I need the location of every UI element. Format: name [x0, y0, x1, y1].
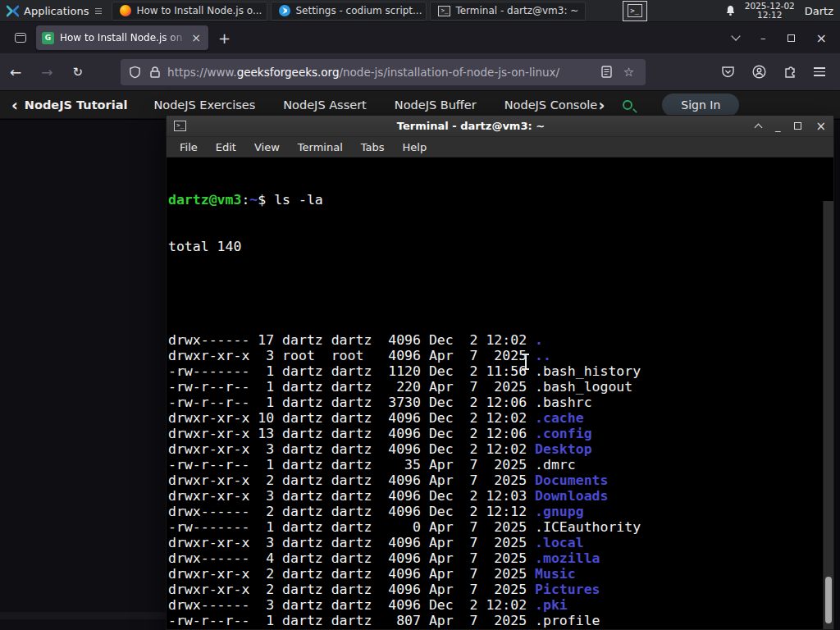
scrollbar-thumb[interactable] [825, 577, 832, 623]
ls-row: -rw------- 1 dartz dartz 1120 Dec 2 11:5… [168, 363, 833, 379]
tab-bar: G How to Install Node.js on × + – × [0, 22, 840, 53]
page-scrollbar[interactable] [0, 612, 166, 619]
pocket-icon[interactable] [721, 65, 735, 79]
applications-logo-icon [7, 5, 19, 17]
menu-icon[interactable] [814, 67, 825, 76]
ls-row: drwxr-xr-x 2 dartz dartz 4096 Apr 7 2025… [168, 472, 833, 488]
nav-link[interactable]: NodeJS Assert [283, 98, 367, 112]
nav-back-link[interactable]: ‹ NodeJS Tutorial [0, 98, 127, 112]
terminal-content[interactable]: dartz@vm3:~$ ls -la total 140 drwx------… [167, 158, 833, 629]
terminal-scrollbar[interactable] [823, 201, 833, 629]
terminal-icon: >_ [628, 4, 642, 17]
navigation-toolbar: ← → ↻ https://www.geeksforgeeks.org/node… [0, 53, 840, 91]
ls-row: drwxr-xr-x 3 dartz dartz 4096 Apr 7 2025… [168, 535, 833, 550]
total-line: total 140 [168, 239, 833, 254]
applications-menu-button[interactable]: Applications [0, 0, 108, 22]
menu-item[interactable]: Terminal [290, 139, 351, 156]
ls-row: drwxr-xr-x 13 dartz dartz 4096 Dec 2 12:… [168, 426, 833, 441]
terminal-menubar: FileEditViewTerminalTabsHelp [167, 137, 833, 158]
search-icon[interactable] [623, 100, 632, 110]
nav-links: NodeJS ExercisesNodeJS AssertNodeJS Buff… [153, 98, 613, 112]
prompt-line: dartz@vm3:~$ ls -la [168, 192, 833, 208]
ls-row: drwxr-xr-x 3 dartz dartz 4096 Dec 2 12:0… [168, 441, 833, 457]
terminal-launcher[interactable]: >_ [623, 1, 647, 21]
lock-icon[interactable] [149, 66, 161, 79]
nav-link[interactable]: NodeJS Console [504, 98, 598, 112]
terminal-icon: >_ [438, 6, 450, 16]
ls-row: drwxr-xr-x 3 root root 4096 Apr 7 2025 .… [168, 348, 833, 363]
extensions-icon[interactable] [783, 65, 797, 79]
notification-bell-icon[interactable] [724, 4, 737, 17]
ls-row: -rw-r--r-- 1 dartz dartz 220 Apr 7 2025 … [168, 379, 833, 395]
system-panel: Applications How to Install Node.js o...… [0, 0, 840, 22]
terminal-window: >_ Terminal - dartz@vm3: ~ _ × FileEditV… [166, 115, 834, 630]
shade-window-button[interactable] [754, 123, 762, 131]
shield-icon[interactable] [129, 66, 141, 79]
url-text: https://www.geeksforgeeks.org/node-js/in… [167, 66, 598, 79]
nav-link[interactable]: NodeJS Buffer [395, 98, 477, 112]
tab-active[interactable]: G How to Install Node.js on × [36, 25, 208, 50]
back-button[interactable]: ← [0, 64, 31, 80]
menu-lines-icon [95, 8, 102, 14]
chevron-left-icon: ‹ [11, 99, 18, 111]
ls-row: -rw-r--r-- 1 dartz dartz 35 Apr 7 2025 .… [168, 457, 833, 472]
minimize-button[interactable]: _ [775, 120, 781, 132]
menu-item[interactable]: Tabs [353, 139, 393, 156]
maximize-button[interactable] [794, 122, 801, 130]
ls-output: drwx------ 17 dartz dartz 4096 Dec 2 12:… [168, 285, 833, 629]
ls-row: drwxr-xr-x 10 dartz dartz 4096 Dec 2 12:… [168, 410, 833, 426]
taskbar-window-codium[interactable]: Settings - codium script... [271, 2, 427, 21]
terminal-icon: >_ [174, 121, 186, 131]
ls-row: drwx------ 2 dartz dartz 4096 Dec 2 12:1… [168, 504, 833, 519]
reload-button[interactable]: ↻ [63, 65, 94, 80]
ls-row: drwx------ 4 dartz dartz 4096 Apr 7 2025… [168, 550, 833, 566]
window-close-button[interactable]: × [816, 30, 827, 46]
account-icon[interactable] [752, 65, 766, 79]
tab-close-icon[interactable]: × [189, 31, 203, 44]
ls-row: drwx------ 17 dartz dartz 4096 Dec 2 12:… [168, 332, 833, 348]
taskbar-window-firefox[interactable]: How to Install Node.js o... [112, 2, 267, 21]
menu-item[interactable]: View [246, 139, 288, 156]
sign-in-button[interactable]: Sign In [662, 94, 739, 116]
ls-row: -rw------- 1 dartz dartz 0 Apr 7 2025 .I… [168, 519, 833, 535]
ls-row: drwxr-xr-x 2 dartz dartz 4096 Apr 7 2025… [168, 628, 833, 629]
ls-row: drwxr-xr-x 3 dartz dartz 4096 Dec 2 12:0… [168, 488, 833, 504]
window-maximize-button[interactable] [788, 34, 795, 42]
new-tab-button[interactable]: + [218, 30, 231, 47]
reader-mode-icon[interactable] [601, 66, 612, 78]
user-menu[interactable]: Dartz [805, 5, 833, 17]
nav-link[interactable]: NodeJS Exercises [153, 98, 255, 112]
forward-button[interactable]: → [31, 64, 62, 80]
terminal-titlebar[interactable]: >_ Terminal - dartz@vm3: ~ _ × [167, 116, 833, 137]
ls-row: -rw-r--r-- 1 dartz dartz 807 Apr 7 2025 … [168, 613, 833, 628]
chevron-right-icon[interactable]: › [598, 96, 605, 114]
menu-item[interactable]: File [171, 139, 206, 156]
url-bar[interactable]: https://www.geeksforgeeks.org/node-js/in… [121, 59, 646, 85]
site-favicon: G [42, 32, 54, 44]
clock[interactable]: 2025-12-02 12:12 [745, 2, 795, 20]
menu-item[interactable]: Help [395, 139, 436, 156]
taskbar-window-terminal[interactable]: >_ Terminal - dartz@vm3: ~ [430, 2, 586, 21]
ls-row: drwx------ 3 dartz dartz 4096 Dec 2 12:0… [168, 597, 833, 613]
ls-row: drwxr-xr-x 2 dartz dartz 4096 Apr 7 2025… [168, 582, 833, 597]
terminal-title: Terminal - dartz@vm3: ~ [397, 120, 545, 132]
ls-row: drwxr-xr-x 2 dartz dartz 4096 Apr 7 2025… [168, 566, 833, 582]
codium-icon [279, 5, 290, 16]
firefox-view-icon[interactable] [10, 27, 31, 48]
ls-row: -rw-r--r-- 1 dartz dartz 3730 Dec 2 12:0… [168, 395, 833, 410]
close-button[interactable]: × [815, 119, 826, 134]
menu-item[interactable]: Edit [208, 139, 244, 156]
tab-title: How to Install Node.js on [60, 32, 189, 43]
window-minimize-button[interactable]: – [760, 32, 766, 44]
firefox-icon [120, 5, 131, 16]
list-tabs-chevron-icon[interactable] [731, 31, 740, 40]
bookmark-star-icon[interactable]: ☆ [623, 65, 634, 80]
